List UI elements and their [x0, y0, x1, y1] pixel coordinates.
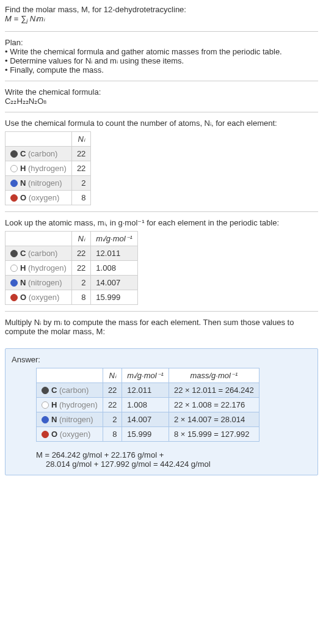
- plan-section: Plan: • Write the chemical formula and g…: [5, 38, 318, 81]
- dot-icon: [42, 431, 49, 438]
- table-row: N (nitrogen) 2 14.007 2 × 14.007 = 28.01…: [37, 412, 259, 426]
- intro-section: Find the molar mass, M, for 12-dehydrote…: [5, 5, 318, 32]
- table-row: O (oxygen) 8 15.999: [5, 290, 138, 304]
- mass-section: Look up the atomic mass, mᵢ, in g·mol⁻¹ …: [5, 218, 318, 312]
- chemical-formula: C₂₂H₂₂N₂O₈: [5, 97, 318, 106]
- table-row: H (hydrogen) 22: [5, 161, 91, 175]
- header-ni: Nᵢ: [103, 368, 122, 382]
- dot-icon: [10, 150, 18, 158]
- table-row: O (oxygen) 8 15.999 8 × 15.999 = 127.992: [37, 426, 259, 441]
- dot-icon: [10, 250, 18, 257]
- header-mi: mᵢ/g·mol⁻¹: [122, 368, 169, 382]
- sum-formula: M = ∑i Nᵢmᵢ: [5, 14, 45, 23]
- intro-formula: M = ∑i Nᵢmᵢ: [5, 14, 318, 25]
- table-row: H (hydrogen) 22 1.008 22 × 1.008 = 22.17…: [37, 397, 259, 412]
- dot-icon: [10, 165, 18, 172]
- table-row: C (carbon) 22 12.011 22 × 12.011 = 264.2…: [37, 382, 259, 397]
- dot-icon: [10, 180, 18, 187]
- header-mi: mᵢ/g·mol⁻¹: [91, 231, 138, 246]
- count-title: Use the chemical formula to count the nu…: [5, 119, 318, 128]
- table-row: N (nitrogen) 2 14.007: [5, 275, 138, 290]
- header-mass: mass/g·mol⁻¹: [169, 368, 259, 382]
- multiply-title: Multiply Nᵢ by mᵢ to compute the mass fo…: [5, 318, 318, 336]
- intro-line1: Find the molar mass, M, for 12-dehydrote…: [5, 5, 318, 14]
- multiply-section: Multiply Nᵢ by mᵢ to compute the mass fo…: [5, 318, 318, 342]
- header-blank: [37, 368, 103, 382]
- count-section: Use the chemical formula to count the nu…: [5, 119, 318, 212]
- formula-section: Write the chemical formula: C₂₂H₂₂N₂O₈: [5, 87, 318, 112]
- count-table: Nᵢ C (carbon) 22 H (hydrogen) 22 N (nitr…: [5, 131, 91, 205]
- answer-sum-line1: M = 264.242 g/mol + 22.176 g/mol +: [36, 450, 311, 459]
- plan-item: • Determine values for Nᵢ and mᵢ using t…: [5, 56, 318, 65]
- answer-table: Nᵢ mᵢ/g·mol⁻¹ mass/g·mol⁻¹ C (carbon) 22…: [36, 368, 259, 442]
- plan-item: • Write the chemical formula and gather …: [5, 47, 318, 56]
- dot-icon: [10, 279, 18, 287]
- answer-sum-line2: 28.014 g/mol + 127.992 g/mol = 442.424 g…: [46, 459, 311, 469]
- table-row: C (carbon) 22 12.011: [5, 246, 138, 260]
- mass-table: Nᵢ mᵢ/g·mol⁻¹ C (carbon) 22 12.011 H (hy…: [5, 231, 138, 305]
- header-blank: [5, 231, 72, 246]
- formula-title: Write the chemical formula:: [5, 87, 318, 97]
- header-ni: Nᵢ: [71, 231, 90, 246]
- dot-icon: [42, 387, 49, 394]
- table-row: H (hydrogen) 22 1.008: [5, 260, 138, 275]
- dot-icon: [42, 401, 49, 409]
- dot-icon: [10, 265, 18, 272]
- header-ni: Nᵢ: [71, 131, 90, 146]
- table-row: N (nitrogen) 2: [5, 175, 91, 190]
- answer-label: Answer:: [12, 355, 311, 364]
- plan-title: Plan:: [5, 38, 318, 47]
- dot-icon: [10, 194, 18, 202]
- dot-icon: [42, 416, 49, 423]
- mass-title: Look up the atomic mass, mᵢ, in g·mol⁻¹ …: [5, 218, 318, 227]
- header-blank: [5, 131, 72, 146]
- table-row: O (oxygen) 8: [5, 190, 91, 205]
- plan-item: • Finally, compute the mass.: [5, 65, 318, 75]
- dot-icon: [10, 294, 18, 301]
- answer-box: Answer: Nᵢ mᵢ/g·mol⁻¹ mass/g·mol⁻¹ C (ca…: [5, 348, 318, 475]
- table-row: C (carbon) 22: [5, 146, 91, 161]
- plan-list: • Write the chemical formula and gather …: [5, 47, 318, 75]
